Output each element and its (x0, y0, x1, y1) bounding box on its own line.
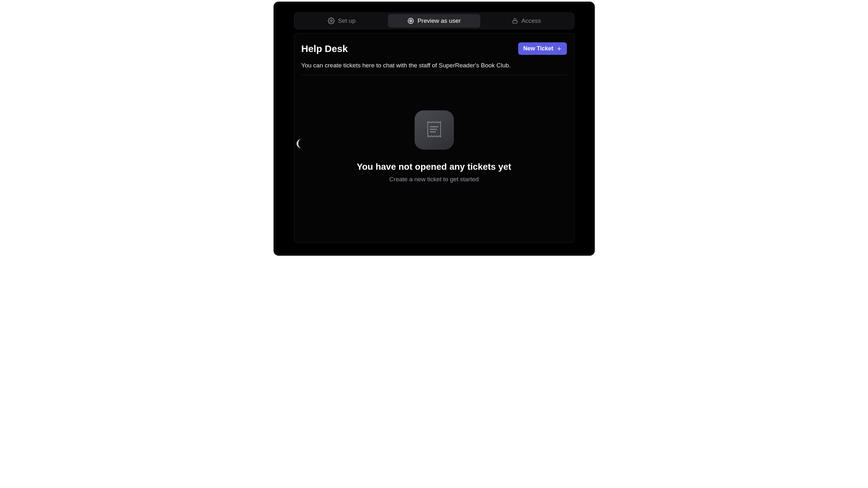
new-ticket-button[interactable]: New Ticket (518, 42, 567, 55)
receipt-icon (427, 120, 442, 140)
tab-setup[interactable]: Set up (296, 14, 388, 28)
tab-bar: Set up Preview as user (294, 12, 574, 29)
empty-state-title: You have not opened any tickets yet (357, 162, 512, 172)
new-ticket-label: New Ticket (523, 45, 553, 52)
empty-state-subtitle: Create a new ticket to get started (389, 176, 479, 183)
tab-preview-label: Preview as user (417, 17, 461, 24)
svg-point-0 (330, 20, 332, 22)
app-window: Set up Preview as user (274, 2, 595, 256)
header-row: Help Desk New Ticket (302, 42, 567, 55)
svg-rect-4 (513, 21, 517, 23)
eye-target-icon (407, 17, 414, 24)
content-panel: Help Desk New Ticket You can create tick… (294, 33, 574, 243)
gear-icon (328, 17, 335, 24)
tab-setup-label: Set up (338, 17, 355, 24)
tab-access[interactable]: Access (480, 14, 573, 28)
inner-container: Set up Preview as user (275, 3, 593, 254)
svg-point-3 (410, 21, 411, 21)
tab-access-label: Access (521, 17, 541, 24)
empty-state-icon-box (414, 110, 454, 149)
plus-icon (557, 46, 562, 51)
page-description: You can create tickets here to chat with… (302, 62, 567, 69)
collapse-handle[interactable]: ❨ (295, 138, 303, 149)
empty-state: You have not opened any tickets yet Crea… (302, 97, 567, 183)
tab-preview-as-user[interactable]: Preview as user (388, 14, 480, 28)
lock-icon (512, 18, 518, 24)
page-title: Help Desk (302, 43, 348, 54)
divider (302, 75, 567, 75)
